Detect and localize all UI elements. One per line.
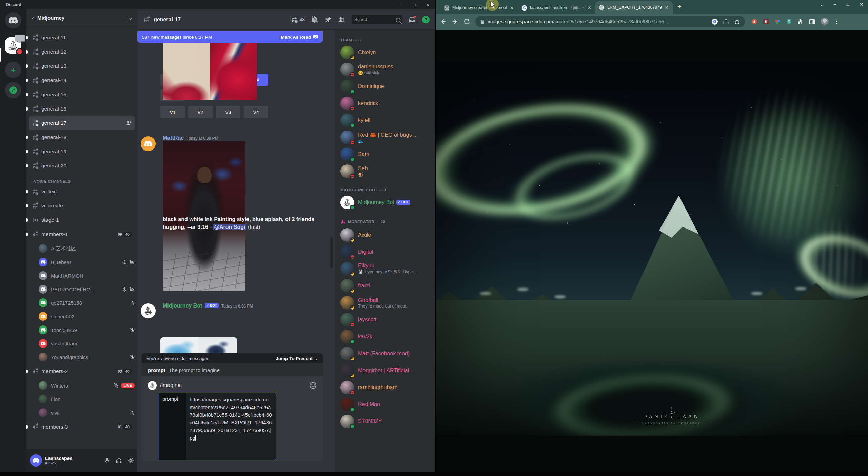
- minimize-icon[interactable]: –: [400, 2, 403, 7]
- channel-item-general-17[interactable]: general-17: [29, 116, 135, 130]
- channel-item-general-14[interactable]: general-14: [29, 74, 135, 87]
- server-header[interactable]: ✓ Midjourney ⌄: [26, 9, 137, 26]
- new-messages-bar[interactable]: 58+ new messages since 6:37 PM Mark As R…: [137, 31, 323, 43]
- new-tab-button[interactable]: +: [677, 3, 682, 11]
- extension-icon-1[interactable]: [751, 19, 757, 25]
- member-row-Red-CEO-of-bugs-[interactable]: Red 🦀 | CEO of bugs ...👟: [340, 129, 432, 146]
- bookmark-star-icon[interactable]: [734, 19, 740, 25]
- emoji-picker-icon[interactable]: [309, 382, 317, 389]
- member-row-Meggirbot-ARTificial-[interactable]: Meggirbot | ARTificial...: [340, 362, 432, 379]
- voice-user-shinen002[interactable]: shinen002: [39, 310, 135, 323]
- voice-channels-category[interactable]: ⌄VOICE CHANNELS: [30, 179, 135, 183]
- voice-channel-vc-text[interactable]: vc-text: [29, 185, 135, 198]
- member-row-Digital[interactable]: Digital: [340, 243, 432, 260]
- voice-user-Tonci53859[interactable]: Tonci53859: [39, 323, 135, 337]
- maximize-icon[interactable]: □: [847, 2, 849, 7]
- voice-channel-members-2[interactable]: members-20340: [29, 364, 135, 378]
- member-row-danielrussruss[interactable]: danielrussruss🤒 still sick: [340, 61, 432, 78]
- mic-icon[interactable]: [104, 457, 110, 464]
- member-row-Red-Man[interactable]: Red Man: [340, 396, 432, 413]
- member-row-ramblingrhubarb[interactable]: ramblingrhubarb: [340, 379, 432, 396]
- member-row-Cixelyn[interactable]: Cixelyn: [340, 44, 432, 61]
- mark-as-read-button[interactable]: Mark As Read: [281, 35, 318, 40]
- prompt-option-input[interactable]: prompt https://images.squarespace-cdn.co…: [159, 393, 276, 460]
- variation-button-V2[interactable]: V2: [188, 106, 213, 118]
- chat-scrollbar[interactable]: [330, 237, 333, 268]
- extension-icon-3[interactable]: [774, 19, 781, 25]
- user-mention[interactable]: @Aron Sōgi: [213, 224, 246, 230]
- help-button[interactable]: ?: [422, 16, 430, 23]
- gear-icon[interactable]: [127, 457, 134, 464]
- viewing-older-messages-bar[interactable]: You're viewing older messages Jump To Pr…: [142, 353, 323, 363]
- url-text[interactable]: images.squarespace-cdn.com/content/v1/5c…: [488, 19, 668, 24]
- voice-user-vasantthanc[interactable]: vasantthanc: [39, 337, 135, 350]
- browser-menu-icon[interactable]: ⋮: [834, 19, 839, 25]
- threads-button[interactable]: 48: [291, 16, 305, 23]
- member-row-Matt-Facebook-mod-[interactable]: Matt (Facebook mod): [340, 345, 432, 362]
- back-button[interactable]: [440, 18, 447, 25]
- bot-author[interactable]: Midjourney Bot: [163, 303, 202, 309]
- voice-user-Lion[interactable]: Lion: [39, 392, 135, 406]
- member-list-icon[interactable]: [338, 16, 346, 23]
- user-avatar[interactable]: [30, 454, 42, 467]
- member-row-fractl[interactable]: fractl: [340, 277, 432, 294]
- channel-item-general-20[interactable]: general-20: [29, 159, 135, 173]
- close-icon[interactable]: ✕: [860, 2, 863, 7]
- member-row-Sam[interactable]: Sam: [340, 146, 432, 163]
- profile-avatar[interactable]: [821, 18, 829, 26]
- member-row-Eikyuu[interactable]: Eikyuu🐰 Hype boy 너만 원해 Hype ...: [340, 260, 432, 277]
- channel-item-general-16[interactable]: general-16: [29, 102, 135, 116]
- share-icon[interactable]: [723, 19, 729, 25]
- add-server-button[interactable]: +: [5, 62, 21, 78]
- member-row-kav2k[interactable]: kav2k: [340, 328, 432, 345]
- voice-user-Wintera[interactable]: WinteraLIVE: [39, 379, 135, 392]
- address-bar[interactable]: images.squarespace-cdn.com/content/v1/5c…: [475, 16, 745, 27]
- voice-user-Bluebeat[interactable]: Bluebeat: [39, 255, 135, 269]
- browser-tab-2[interactable]: Glaanscapes northern lights - Goo✕: [518, 2, 595, 14]
- extensions-puzzle-icon[interactable]: [797, 19, 804, 25]
- tab-close-icon[interactable]: ✕: [587, 5, 592, 11]
- minimize-icon[interactable]: –: [834, 2, 836, 7]
- explore-servers-button[interactable]: [5, 82, 21, 98]
- create-invite-icon[interactable]: [126, 120, 132, 126]
- option-value[interactable]: https://images.squarespace-cdn.com/conte…: [186, 393, 276, 460]
- channel-item-general-19[interactable]: general-19: [29, 145, 135, 158]
- notifications-muted-icon[interactable]: [311, 16, 318, 23]
- voice-user-vivii[interactable]: vivii: [39, 406, 135, 419]
- channel-item-general-11[interactable]: general-11: [29, 31, 135, 44]
- aurora-photo[interactable]: DANIEL LAAN LAANSCAPES PHOTOGRAPHY: [436, 63, 868, 436]
- voice-channel-members-3[interactable]: members-30140: [29, 420, 135, 434]
- extension-icon-2[interactable]: S: [763, 19, 769, 25]
- browser-tab-3[interactable]: LRM_EXPORT_176436787956939✕: [595, 1, 673, 14]
- voice-channel-vc-create[interactable]: vc-create: [29, 199, 135, 213]
- lock-icon[interactable]: [480, 19, 485, 24]
- jump-to-present-button[interactable]: Jump To Present⌄: [276, 356, 318, 361]
- member-row-Aixile[interactable]: Aixile: [340, 226, 432, 243]
- tab-close-icon[interactable]: ✕: [509, 5, 514, 11]
- avatar[interactable]: [141, 136, 156, 151]
- voice-user-AI艺术社区[interactable]: AI艺术社区: [39, 242, 135, 255]
- browser-tab-1[interactable]: Midjourney creates photorealisti✕: [440, 2, 518, 14]
- headphones-icon[interactable]: [116, 457, 122, 464]
- voice-user-qq271725158[interactable]: qq271725158: [39, 296, 135, 310]
- member-row-ST0N3ZY[interactable]: ST0N3ZY: [340, 413, 432, 430]
- member-row-kylelf[interactable]: kylelf: [340, 112, 432, 129]
- reload-button[interactable]: [463, 18, 470, 25]
- member-row-jayscott[interactable]: jayscott: [340, 311, 432, 328]
- channel-item-general-13[interactable]: general-13: [29, 59, 135, 73]
- pin-icon[interactable]: [324, 16, 332, 23]
- member-row-Seb[interactable]: Seb🐒: [340, 163, 432, 180]
- close-icon[interactable]: ✕: [426, 2, 430, 7]
- bot-avatar[interactable]: [141, 303, 156, 318]
- tab-close-icon[interactable]: ✕: [664, 5, 669, 10]
- google-side-search-icon[interactable]: G: [712, 19, 718, 25]
- channel-item-general-12[interactable]: general-12: [29, 45, 135, 59]
- server-icon-midjourney[interactable]: 5: [5, 37, 21, 54]
- maximize-icon[interactable]: □: [413, 2, 416, 7]
- voice-user-Youandigraphics[interactable]: Youandigraphics: [39, 350, 135, 364]
- member-row-Goofball[interactable]: GoofballThey're made out of meat.: [340, 294, 432, 311]
- member-row-kendrick[interactable]: kendrick: [340, 95, 432, 112]
- member-row-Dominique[interactable]: Dominique: [340, 78, 432, 95]
- tab-search-icon[interactable]: ⌄: [820, 2, 823, 7]
- extension-icon-4[interactable]: [786, 19, 792, 25]
